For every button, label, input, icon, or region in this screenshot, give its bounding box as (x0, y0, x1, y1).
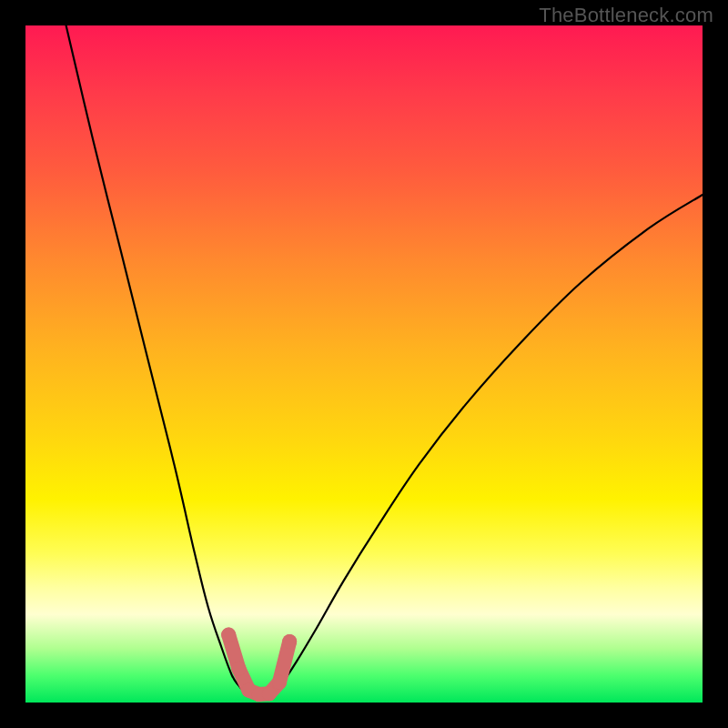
curve-svg (25, 25, 703, 703)
highlight-dot (282, 634, 297, 649)
curve-group (66, 25, 703, 696)
highlight-group (221, 628, 297, 703)
highlight-dot (221, 628, 236, 642)
plot-area (25, 25, 703, 703)
highlight-dot (272, 675, 287, 690)
bottleneck-curve (66, 25, 246, 693)
chart-container: TheBottleneck.com (0, 0, 728, 728)
highlight-dot (262, 686, 277, 701)
bottleneck-curve (273, 195, 703, 693)
watermark-text: TheBottleneck.com (539, 4, 713, 27)
highlight-dot (231, 662, 246, 676)
